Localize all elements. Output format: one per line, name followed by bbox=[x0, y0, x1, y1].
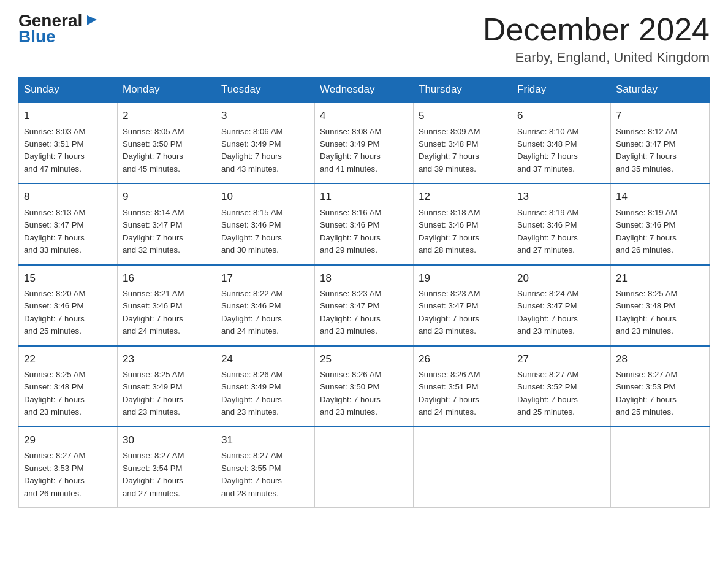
day-info: Sunrise: 8:08 AM Sunset: 3:49 PM Dayligh… bbox=[320, 126, 408, 176]
day-info: Sunrise: 8:20 AM Sunset: 3:46 PM Dayligh… bbox=[24, 288, 112, 338]
day-info: Sunrise: 8:22 AM Sunset: 3:46 PM Dayligh… bbox=[221, 288, 309, 338]
day-info: Sunrise: 8:03 AM Sunset: 3:51 PM Dayligh… bbox=[24, 126, 112, 176]
day-cell-29: 29Sunrise: 8:27 AM Sunset: 3:53 PM Dayli… bbox=[19, 427, 118, 508]
day-info: Sunrise: 8:27 AM Sunset: 3:53 PM Dayligh… bbox=[24, 450, 112, 500]
day-number: 29 bbox=[24, 432, 112, 448]
day-cell-18: 18Sunrise: 8:23 AM Sunset: 3:47 PM Dayli… bbox=[315, 265, 414, 346]
day-cell-6: 6Sunrise: 8:10 AM Sunset: 3:48 PM Daylig… bbox=[512, 102, 611, 183]
day-info: Sunrise: 8:26 AM Sunset: 3:51 PM Dayligh… bbox=[419, 369, 507, 419]
day-number: 16 bbox=[123, 270, 211, 286]
empty-cell bbox=[611, 427, 710, 508]
day-info: Sunrise: 8:27 AM Sunset: 3:54 PM Dayligh… bbox=[123, 450, 211, 500]
day-number: 21 bbox=[616, 270, 704, 286]
day-number: 18 bbox=[320, 270, 408, 286]
day-number: 26 bbox=[419, 351, 507, 367]
logo: General Blue bbox=[18, 12, 98, 47]
day-cell-7: 7Sunrise: 8:12 AM Sunset: 3:47 PM Daylig… bbox=[611, 102, 710, 183]
day-number: 23 bbox=[123, 351, 211, 367]
day-number: 30 bbox=[123, 432, 211, 448]
column-header-monday: Monday bbox=[118, 77, 216, 103]
day-info: Sunrise: 8:27 AM Sunset: 3:55 PM Dayligh… bbox=[221, 450, 309, 500]
day-number: 1 bbox=[24, 108, 112, 124]
day-info: Sunrise: 8:12 AM Sunset: 3:47 PM Dayligh… bbox=[616, 126, 704, 176]
day-number: 11 bbox=[320, 189, 408, 205]
day-info: Sunrise: 8:25 AM Sunset: 3:48 PM Dayligh… bbox=[616, 288, 704, 338]
day-info: Sunrise: 8:25 AM Sunset: 3:49 PM Dayligh… bbox=[123, 369, 211, 419]
day-info: Sunrise: 8:26 AM Sunset: 3:50 PM Dayligh… bbox=[320, 369, 408, 419]
day-info: Sunrise: 8:15 AM Sunset: 3:46 PM Dayligh… bbox=[221, 207, 309, 257]
title-section: December 2024 Earby, England, United Kin… bbox=[483, 12, 710, 66]
day-cell-23: 23Sunrise: 8:25 AM Sunset: 3:49 PM Dayli… bbox=[118, 346, 216, 427]
day-cell-20: 20Sunrise: 8:24 AM Sunset: 3:47 PM Dayli… bbox=[512, 265, 611, 346]
day-number: 12 bbox=[419, 189, 507, 205]
day-number: 8 bbox=[24, 189, 112, 205]
day-number: 6 bbox=[517, 108, 605, 124]
week-row-5: 29Sunrise: 8:27 AM Sunset: 3:53 PM Dayli… bbox=[19, 427, 710, 508]
empty-cell bbox=[315, 427, 414, 508]
week-row-1: 1Sunrise: 8:03 AM Sunset: 3:51 PM Daylig… bbox=[19, 102, 710, 183]
day-cell-31: 31Sunrise: 8:27 AM Sunset: 3:55 PM Dayli… bbox=[216, 427, 315, 508]
day-number: 24 bbox=[221, 351, 309, 367]
day-cell-22: 22Sunrise: 8:25 AM Sunset: 3:48 PM Dayli… bbox=[19, 346, 118, 427]
day-info: Sunrise: 8:09 AM Sunset: 3:48 PM Dayligh… bbox=[419, 126, 507, 176]
day-cell-30: 30Sunrise: 8:27 AM Sunset: 3:54 PM Dayli… bbox=[118, 427, 216, 508]
day-cell-17: 17Sunrise: 8:22 AM Sunset: 3:46 PM Dayli… bbox=[216, 265, 315, 346]
day-cell-5: 5Sunrise: 8:09 AM Sunset: 3:48 PM Daylig… bbox=[414, 102, 512, 183]
day-number: 19 bbox=[419, 270, 507, 286]
day-cell-1: 1Sunrise: 8:03 AM Sunset: 3:51 PM Daylig… bbox=[19, 102, 118, 183]
column-header-wednesday: Wednesday bbox=[315, 77, 414, 103]
calendar-table: SundayMondayTuesdayWednesdayThursdayFrid… bbox=[18, 77, 710, 508]
day-cell-19: 19Sunrise: 8:23 AM Sunset: 3:47 PM Dayli… bbox=[414, 265, 512, 346]
day-cell-12: 12Sunrise: 8:18 AM Sunset: 3:46 PM Dayli… bbox=[414, 183, 512, 264]
day-cell-11: 11Sunrise: 8:16 AM Sunset: 3:46 PM Dayli… bbox=[315, 183, 414, 264]
day-cell-10: 10Sunrise: 8:15 AM Sunset: 3:46 PM Dayli… bbox=[216, 183, 315, 264]
day-info: Sunrise: 8:10 AM Sunset: 3:48 PM Dayligh… bbox=[517, 126, 605, 176]
day-info: Sunrise: 8:26 AM Sunset: 3:49 PM Dayligh… bbox=[221, 369, 309, 419]
day-number: 17 bbox=[221, 270, 309, 286]
day-info: Sunrise: 8:14 AM Sunset: 3:47 PM Dayligh… bbox=[123, 207, 211, 257]
day-cell-14: 14Sunrise: 8:19 AM Sunset: 3:46 PM Dayli… bbox=[611, 183, 710, 264]
week-row-2: 8Sunrise: 8:13 AM Sunset: 3:47 PM Daylig… bbox=[19, 183, 710, 264]
day-number: 28 bbox=[616, 351, 704, 367]
column-header-thursday: Thursday bbox=[414, 77, 512, 103]
day-info: Sunrise: 8:25 AM Sunset: 3:48 PM Dayligh… bbox=[24, 369, 112, 419]
day-cell-21: 21Sunrise: 8:25 AM Sunset: 3:48 PM Dayli… bbox=[611, 265, 710, 346]
column-header-saturday: Saturday bbox=[611, 77, 710, 103]
day-number: 14 bbox=[616, 189, 704, 205]
day-number: 13 bbox=[517, 189, 605, 205]
column-header-sunday: Sunday bbox=[19, 77, 118, 103]
empty-cell bbox=[512, 427, 611, 508]
week-row-4: 22Sunrise: 8:25 AM Sunset: 3:48 PM Dayli… bbox=[19, 346, 710, 427]
day-number: 27 bbox=[517, 351, 605, 367]
day-info: Sunrise: 8:24 AM Sunset: 3:47 PM Dayligh… bbox=[517, 288, 605, 338]
day-info: Sunrise: 8:23 AM Sunset: 3:47 PM Dayligh… bbox=[320, 288, 408, 338]
day-info: Sunrise: 8:06 AM Sunset: 3:49 PM Dayligh… bbox=[221, 126, 309, 176]
day-info: Sunrise: 8:19 AM Sunset: 3:46 PM Dayligh… bbox=[616, 207, 704, 257]
day-cell-8: 8Sunrise: 8:13 AM Sunset: 3:47 PM Daylig… bbox=[19, 183, 118, 264]
day-cell-15: 15Sunrise: 8:20 AM Sunset: 3:46 PM Dayli… bbox=[19, 265, 118, 346]
day-number: 25 bbox=[320, 351, 408, 367]
day-number: 20 bbox=[517, 270, 605, 286]
day-cell-25: 25Sunrise: 8:26 AM Sunset: 3:50 PM Dayli… bbox=[315, 346, 414, 427]
column-header-tuesday: Tuesday bbox=[216, 77, 315, 103]
day-cell-3: 3Sunrise: 8:06 AM Sunset: 3:49 PM Daylig… bbox=[216, 102, 315, 183]
month-title: December 2024 bbox=[483, 12, 710, 47]
day-cell-13: 13Sunrise: 8:19 AM Sunset: 3:46 PM Dayli… bbox=[512, 183, 611, 264]
week-row-3: 15Sunrise: 8:20 AM Sunset: 3:46 PM Dayli… bbox=[19, 265, 710, 346]
logo-blue-text: Blue bbox=[18, 27, 56, 47]
logo-triangle-icon bbox=[85, 13, 98, 26]
day-cell-4: 4Sunrise: 8:08 AM Sunset: 3:49 PM Daylig… bbox=[315, 102, 414, 183]
day-number: 9 bbox=[123, 189, 211, 205]
day-cell-2: 2Sunrise: 8:05 AM Sunset: 3:50 PM Daylig… bbox=[118, 102, 216, 183]
day-cell-27: 27Sunrise: 8:27 AM Sunset: 3:52 PM Dayli… bbox=[512, 346, 611, 427]
day-cell-24: 24Sunrise: 8:26 AM Sunset: 3:49 PM Dayli… bbox=[216, 346, 315, 427]
day-info: Sunrise: 8:19 AM Sunset: 3:46 PM Dayligh… bbox=[517, 207, 605, 257]
day-cell-26: 26Sunrise: 8:26 AM Sunset: 3:51 PM Dayli… bbox=[414, 346, 512, 427]
column-header-friday: Friday bbox=[512, 77, 611, 103]
day-info: Sunrise: 8:13 AM Sunset: 3:47 PM Dayligh… bbox=[24, 207, 112, 257]
day-info: Sunrise: 8:16 AM Sunset: 3:46 PM Dayligh… bbox=[320, 207, 408, 257]
day-info: Sunrise: 8:27 AM Sunset: 3:53 PM Dayligh… bbox=[616, 369, 704, 419]
day-cell-28: 28Sunrise: 8:27 AM Sunset: 3:53 PM Dayli… bbox=[611, 346, 710, 427]
day-number: 10 bbox=[221, 189, 309, 205]
day-info: Sunrise: 8:27 AM Sunset: 3:52 PM Dayligh… bbox=[517, 369, 605, 419]
